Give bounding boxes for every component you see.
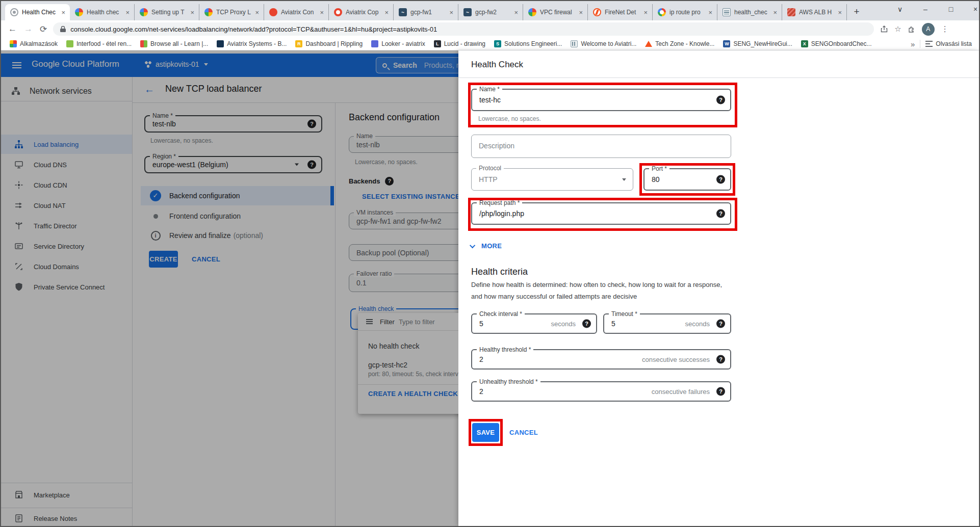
bookmarks-overflow-button[interactable]: »	[906, 40, 920, 48]
tab-close-icon[interactable]: ×	[448, 9, 455, 16]
help-icon[interactable]: ?	[582, 320, 591, 328]
browser-tab[interactable]: AWS ALB H×	[782, 4, 847, 20]
bookmark-item[interactable]: Browse all - Learn |...	[140, 40, 208, 47]
tab-label: Health Chec	[22, 9, 60, 16]
interfood-icon	[66, 40, 73, 47]
tab-close-icon[interactable]: ×	[253, 9, 261, 16]
new-tab-button[interactable]: +	[849, 5, 864, 19]
gcp-console: Google Cloud Platform astipkovits-01 Sea…	[1, 50, 458, 526]
browser-tab[interactable]: Aviatrix Con×	[264, 4, 329, 20]
tab-label: gcp-fw2	[475, 9, 512, 16]
maximize-icon[interactable]: □	[939, 1, 963, 18]
panel-title: Health Check	[471, 60, 523, 70]
hc-request-path-value: /php/login.php	[479, 209, 524, 218]
hc-description-field[interactable]: Description	[471, 135, 731, 158]
hc-unhealthy-threshold-field[interactable]: Unhealthy threshold * 2 consecutive fail…	[471, 381, 731, 402]
bookmark-item[interactable]: Tech Zone - Knowle...	[645, 40, 714, 47]
bookmark-item[interactable]: LLucid - drawing	[434, 40, 485, 47]
help-icon[interactable]: ?	[716, 209, 725, 218]
tab-label: Health chec	[87, 9, 124, 16]
google-cloud-favicon	[204, 8, 213, 16]
hc-unhealthy-threshold-label: Unhealthy threshold *	[477, 378, 540, 385]
browser-tab[interactable]: ~gcp-fw1×	[394, 4, 458, 20]
tab-close-icon[interactable]: ×	[60, 9, 67, 16]
bookmark-item[interactable]: SSolutions Engineeri...	[494, 40, 562, 47]
bookmarks-bar: AlkalmazásokInterfood - étel ren...Brows…	[1, 38, 979, 50]
bookmark-item[interactable]: Welcome to Aviatri...	[571, 40, 636, 47]
bookmark-item[interactable]: WSENG_NewHireGui...	[723, 40, 792, 47]
close-icon[interactable]: ×	[964, 1, 980, 18]
bookmark-item[interactable]: RDashboard | Rippling	[295, 40, 363, 47]
save-button[interactable]: SAVE	[472, 423, 499, 442]
hc-healthy-threshold-value: 2	[479, 355, 483, 363]
share-icon[interactable]	[881, 25, 888, 33]
url-input[interactable]: console.cloud.google.com/net-services/lo…	[53, 22, 874, 36]
tab-label: AWS ALB H	[799, 9, 836, 16]
browser-tab[interactable]: Health Chec×	[5, 4, 70, 20]
firenet-favicon	[593, 8, 601, 16]
tab-strip: Health Chec×Health chec×Setting up T×TCP…	[1, 1, 979, 20]
hc-healthy-threshold-suffix: consecutive successes	[642, 356, 710, 363]
browser-tab[interactable]: ip route pro×	[653, 4, 717, 20]
rippling-icon: R	[295, 40, 302, 47]
hc-healthy-threshold-field[interactable]: Healthy threshold * 2 consecutive succes…	[471, 349, 731, 370]
chevron-down-icon[interactable]: ∨	[888, 1, 912, 18]
browser-tab[interactable]: ~gcp-fw2×	[458, 4, 523, 20]
hc-timeout-field[interactable]: Timeout * 5 seconds ?	[603, 313, 731, 334]
help-icon[interactable]: ?	[716, 387, 725, 396]
tab-label: ip route pro	[669, 9, 707, 16]
bookmark-item[interactable]: Looker - aviatrix	[371, 40, 425, 47]
browser-menu-icon[interactable]: ⋮	[941, 24, 949, 34]
help-icon[interactable]: ?	[716, 175, 725, 184]
browser-tab[interactable]: health_chec×	[717, 4, 782, 20]
hc-protocol-select[interactable]: Protocol HTTP	[471, 168, 633, 191]
help-icon[interactable]: ?	[716, 96, 725, 104]
bookmark-item[interactable]: Interfood - étel ren...	[66, 40, 132, 47]
tab-close-icon[interactable]: ×	[383, 9, 390, 16]
help-icon[interactable]: ?	[716, 320, 725, 328]
tab-close-icon[interactable]: ×	[642, 9, 649, 16]
hc-unhealthy-threshold-suffix: consecutive failures	[652, 388, 710, 396]
divider	[920, 40, 920, 48]
back-icon[interactable]: ←	[8, 24, 17, 34]
bookmark-item[interactable]: XSENGOnboardChec...	[801, 40, 872, 47]
bookmark-star-icon[interactable]: ☆	[894, 24, 901, 34]
help-icon[interactable]: ?	[716, 355, 725, 364]
hc-check-interval-suffix: seconds	[551, 320, 576, 328]
more-expander[interactable]: MORE	[471, 242, 502, 250]
hc-check-interval-field[interactable]: Check interval * 5 seconds ?	[471, 313, 597, 334]
hc-timeout-suffix: seconds	[685, 320, 710, 328]
extensions-puzzle-icon[interactable]	[908, 25, 915, 33]
tab-close-icon[interactable]: ×	[189, 9, 196, 16]
hc-timeout-label: Timeout *	[609, 310, 640, 318]
avatar[interactable]: A	[922, 23, 935, 36]
reading-list-button[interactable]: Olvasási lista	[925, 40, 972, 47]
cancel-button[interactable]: CANCEL	[509, 423, 538, 442]
browser-tab[interactable]: Setting up T×	[135, 4, 199, 20]
hc-protocol-label: Protocol	[476, 165, 504, 172]
tab-close-icon[interactable]: ×	[512, 9, 520, 16]
bookmark-items: AlkalmazásokInterfood - étel ren...Brows…	[1, 40, 872, 47]
bookmark-item[interactable]: Alkalmazások	[10, 40, 58, 47]
modal-scrim[interactable]	[1, 50, 458, 526]
bookmark-label: SENG_NewHireGui...	[733, 40, 792, 47]
forward-icon[interactable]: →	[24, 24, 33, 34]
browser-tab[interactable]: Aviatrix Cop×	[329, 4, 394, 20]
tab-close-icon[interactable]: ×	[124, 9, 131, 16]
browser-tab[interactable]: FireNet Det×	[588, 4, 653, 20]
tab-close-icon[interactable]: ×	[577, 9, 584, 16]
tab-close-icon[interactable]: ×	[836, 9, 843, 16]
browser-tab[interactable]: TCP Proxy L×	[199, 4, 264, 20]
aws-alb-favicon	[787, 8, 795, 16]
minimize-icon[interactable]: –	[914, 1, 937, 18]
tab-close-icon[interactable]: ×	[318, 9, 325, 16]
hc-port-field[interactable]: Port * 80 ?	[643, 168, 731, 191]
tab-close-icon[interactable]: ×	[771, 9, 779, 16]
hc-name-field[interactable]: Name * test-hc ?	[471, 89, 731, 111]
browser-tab[interactable]: VPC firewal×	[523, 4, 588, 20]
bookmark-item[interactable]: Aviatrix Systems - B...	[217, 40, 287, 47]
reload-icon[interactable]: ⟳	[40, 24, 47, 35]
tab-close-icon[interactable]: ×	[707, 9, 714, 16]
browser-tab[interactable]: Health chec×	[70, 4, 135, 20]
hc-request-path-field[interactable]: Request path * /php/login.php ?	[471, 202, 731, 225]
